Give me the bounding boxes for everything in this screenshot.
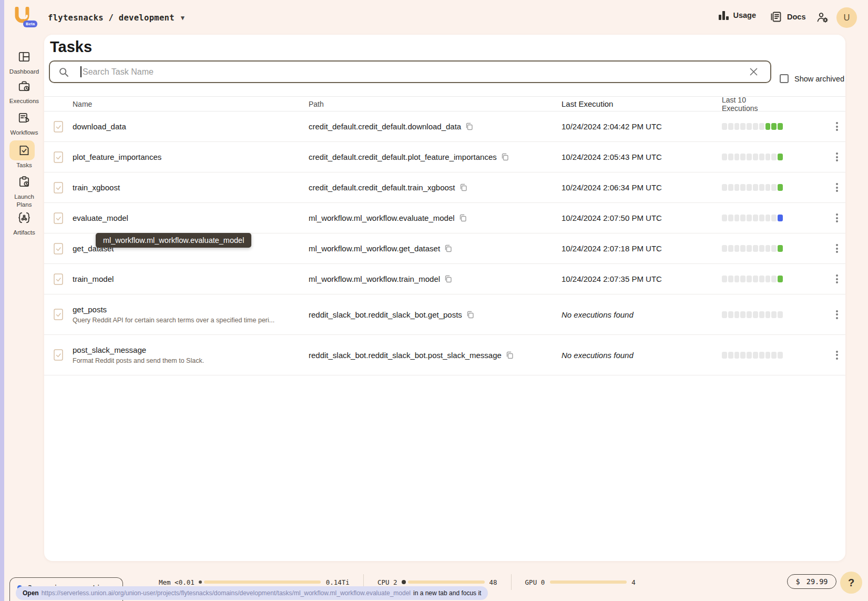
execution-square-none — [728, 154, 733, 160]
last-10-executions[interactable] — [708, 154, 784, 160]
breadcrumb-label: flytesnacks / development — [48, 13, 175, 23]
execution-square-none — [722, 311, 727, 318]
billing-button[interactable]: $ 29.99 — [787, 574, 836, 589]
execution-square-none — [771, 276, 777, 282]
clear-search-icon[interactable] — [749, 67, 759, 77]
copy-icon[interactable] — [444, 245, 452, 252]
browser-status-bar: Open https://serverless.union.ai/org/uni… — [16, 586, 488, 600]
last-execution: 10/24/2024 2:07:35 PM UTC — [561, 274, 708, 283]
row-menu-button[interactable] — [834, 242, 840, 255]
main-panel: Tasks Show archived Name Path Last Execu… — [44, 35, 845, 561]
admin-settings-button[interactable] — [816, 11, 829, 24]
task-path: ml_workflow.ml_workflow.train_model — [309, 274, 440, 283]
last-10-executions[interactable] — [708, 123, 784, 130]
row-menu-button[interactable] — [834, 181, 840, 194]
row-menu-button[interactable] — [834, 308, 840, 321]
task-doc-icon — [54, 273, 63, 285]
execution-square-none — [771, 352, 777, 359]
execution-square-none — [722, 123, 727, 130]
execution-square-none — [747, 154, 752, 160]
show-archived-control: Show archived — [780, 74, 844, 83]
execution-square-none — [722, 184, 727, 191]
last-10-executions[interactable] — [708, 184, 784, 191]
breadcrumb[interactable]: flytesnacks / development ▼ — [48, 13, 185, 23]
sidebar-item-executions[interactable]: Executions — [4, 79, 44, 105]
row-menu-button[interactable] — [834, 211, 840, 225]
help-label: ? — [848, 577, 854, 589]
tasks-icon — [17, 144, 31, 157]
path-tooltip: ml_workflow.ml_workflow.evaluate_model — [96, 233, 251, 248]
execution-square-none — [759, 245, 764, 252]
task-doc-icon — [54, 182, 63, 193]
sidebar-item-dashboard[interactable]: Dashboard — [4, 50, 44, 76]
help-button[interactable]: ? — [840, 572, 862, 594]
execution-square-none — [759, 276, 764, 282]
dashboard-icon — [17, 50, 31, 64]
usage-button[interactable]: Usage — [719, 11, 756, 20]
table-row[interactable]: plot_feature_importances credit_default.… — [44, 142, 845, 172]
execution-square-none — [734, 123, 740, 130]
row-menu-button[interactable] — [834, 150, 840, 164]
show-archived-label: Show archived — [794, 75, 844, 83]
search-input[interactable] — [83, 63, 734, 81]
copy-icon[interactable] — [506, 351, 514, 359]
last-execution: No executions found — [561, 310, 708, 319]
sidebar-item-tasks[interactable]: Tasks — [4, 144, 44, 169]
row-menu-button[interactable] — [834, 272, 840, 286]
execution-square-success — [778, 276, 783, 282]
copy-icon[interactable] — [501, 153, 509, 161]
sidebar-item-workflows[interactable]: Workflows — [4, 111, 44, 137]
cpu-bar — [408, 580, 485, 584]
execution-square-none — [734, 184, 740, 191]
table-row[interactable]: get_postsQuery Reddit API for certain se… — [44, 294, 845, 335]
avatar[interactable]: U — [836, 7, 857, 28]
task-path: reddit_slack_bot.reddit_slack_bot.post_s… — [309, 351, 502, 360]
table-row[interactable]: train_xgboost credit_default.credit_defa… — [44, 172, 845, 203]
execution-square-none — [728, 311, 733, 318]
docs-icon — [770, 11, 782, 23]
row-menu-button[interactable] — [834, 120, 840, 133]
last-10-executions[interactable] — [708, 215, 784, 221]
execution-square-none — [734, 311, 740, 318]
last-10-executions[interactable] — [708, 352, 784, 359]
docs-button[interactable]: Docs — [770, 11, 805, 23]
divider — [511, 574, 512, 590]
mem-bar — [204, 580, 321, 584]
execution-square-none — [722, 352, 727, 359]
task-name: get_posts — [73, 305, 309, 314]
copy-icon[interactable] — [459, 214, 467, 222]
task-path: ml_workflow.ml_workflow.evaluate_model — [309, 213, 455, 222]
table-row[interactable]: evaluate_model ml_workflow.ml_workflow.e… — [44, 203, 845, 233]
table-row[interactable]: post_slack_messageFormat Reddit posts an… — [44, 335, 845, 375]
execution-square-none — [771, 311, 777, 318]
execution-square-none — [747, 184, 752, 191]
execution-square-none — [747, 245, 752, 252]
task-doc-icon — [54, 151, 63, 163]
execution-square-none — [728, 123, 733, 130]
copy-icon[interactable] — [444, 275, 452, 283]
row-menu-button[interactable] — [834, 349, 840, 362]
table-row[interactable]: train_model ml_workflow.ml_workflow.trai… — [44, 264, 845, 294]
task-description: Query Reddit API for certain search term… — [73, 317, 309, 324]
copy-icon[interactable] — [466, 311, 474, 319]
table-row[interactable]: download_data credit_default.credit_defa… — [44, 111, 845, 142]
last-10-executions[interactable] — [708, 276, 784, 282]
last-execution: No executions found — [561, 351, 708, 360]
show-archived-checkbox[interactable] — [780, 74, 789, 83]
user-gear-icon — [816, 11, 829, 24]
execution-square-none — [747, 215, 752, 221]
last-10-executions[interactable] — [708, 311, 784, 318]
page-title: Tasks — [50, 38, 92, 56]
execution-square-none — [753, 123, 758, 130]
last-10-executions[interactable] — [708, 245, 784, 252]
sidebar-item-launch-plans[interactable]: Launch Plans — [4, 175, 44, 209]
chevron-down-icon: ▼ — [181, 14, 185, 22]
execution-square-none — [765, 215, 771, 221]
execution-square-none — [759, 123, 764, 130]
sidebar-label: Tasks — [4, 161, 44, 169]
execution-square-none — [759, 154, 764, 160]
copy-icon[interactable] — [459, 184, 467, 191]
copy-icon[interactable] — [465, 123, 473, 130]
task-name: download_data — [73, 122, 309, 131]
sidebar-item-artifacts[interactable]: Artifacts — [4, 211, 44, 237]
